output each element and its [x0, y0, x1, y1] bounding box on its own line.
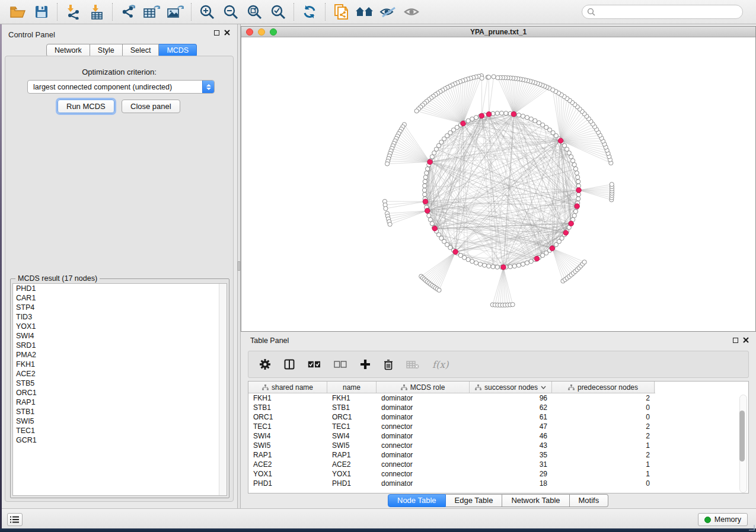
table-cell: YOX1 [327, 470, 377, 478]
table-row[interactable]: SWI5SWI5connector431 [248, 441, 748, 450]
zoom-out-button[interactable] [219, 2, 243, 22]
open-file-button[interactable] [6, 2, 30, 22]
maximize-window-icon[interactable] [270, 28, 277, 36]
tab-node-table[interactable]: Node Table [388, 494, 446, 507]
column-header-name[interactable]: name [327, 382, 377, 393]
table-settings-button[interactable] [259, 358, 271, 370]
column-header-successor-nodes[interactable]: successor nodes [470, 382, 552, 393]
export-table-icon [143, 4, 161, 20]
mcds-result-item[interactable]: YOX1 [13, 322, 227, 331]
mcds-result-item[interactable]: PHD1 [13, 284, 227, 293]
list-scrollbar[interactable] [219, 284, 227, 495]
export-network-button[interactable] [116, 2, 140, 22]
tab-mcds[interactable]: MCDS [159, 44, 197, 57]
table-cell: 2 [552, 422, 655, 431]
mcds-result-item[interactable]: TID3 [13, 312, 227, 322]
table-cell: 1 [552, 460, 655, 469]
tab-edge-table[interactable]: Edge Table [446, 494, 503, 507]
table-row[interactable]: FKH1FKH1dominator962 [248, 393, 748, 403]
show-hidden-button[interactable] [400, 2, 424, 22]
network-canvas[interactable] [241, 37, 755, 331]
save-session-button[interactable] [30, 2, 53, 22]
zoom-selected-button[interactable] [266, 2, 290, 22]
tab-select[interactable]: Select [123, 44, 160, 57]
mcds-result-item[interactable]: TEC1 [13, 426, 227, 435]
tab-style[interactable]: Style [90, 44, 123, 57]
table-row[interactable]: RAP1RAP1dominator352 [248, 450, 748, 460]
column-label: successor nodes [484, 383, 538, 392]
mcds-result-item[interactable]: ORC1 [13, 388, 227, 398]
table-cell: 2 [552, 432, 655, 440]
mcds-result-item[interactable]: SWI5 [13, 416, 227, 426]
export-table-button[interactable] [140, 2, 164, 22]
mcds-result-list[interactable]: PHD1CAR1STP4TID3YOX1SWI4SRD1PMA2FKH1ACE2… [12, 283, 227, 496]
mcds-result-item[interactable]: CAR1 [13, 293, 227, 303]
mcds-result-item[interactable]: GCR1 [13, 435, 227, 445]
table-row[interactable]: YOX1YOX1connector291 [248, 469, 748, 479]
table-cell: 61 [470, 413, 552, 421]
mcds-result-item[interactable]: SRD1 [13, 341, 227, 350]
table-row[interactable]: TEC1TEC1connector472 [248, 422, 748, 431]
table-scrollbar[interactable] [739, 395, 747, 493]
table-cell: STB1 [327, 403, 377, 412]
list-icon [10, 515, 20, 524]
table-row[interactable]: STB1STB1dominator620 [248, 403, 748, 412]
mcds-result-item[interactable]: SWI4 [13, 331, 227, 341]
column-header-mcds-role[interactable]: MCDS role [377, 382, 470, 393]
table-cell: TEC1 [248, 422, 327, 431]
function-builder-button[interactable]: f(x) [432, 359, 448, 370]
mcds-result-item[interactable]: PMA2 [13, 350, 227, 360]
select-all-button[interactable] [308, 361, 321, 368]
float-panel-icon[interactable] [214, 30, 219, 36]
add-column-button[interactable] [360, 359, 371, 370]
delete-table-button[interactable] [406, 360, 419, 369]
tab-network[interactable]: Network [46, 44, 90, 57]
show-all-button[interactable] [353, 2, 377, 22]
close-window-icon[interactable] [246, 28, 253, 36]
show-column-button[interactable] [284, 359, 295, 370]
duplicate-network-button[interactable] [329, 2, 353, 22]
deselect-all-button[interactable] [334, 361, 347, 368]
import-network-button[interactable] [61, 2, 85, 22]
table-row[interactable]: SWI4SWI4dominator462 [248, 431, 748, 441]
export-image-button[interactable] [164, 2, 187, 22]
table-row[interactable]: PHD1PHD1dominator180 [248, 479, 748, 488]
table-row[interactable]: ORC1ORC1dominator610 [248, 412, 748, 422]
table-cell: 29 [470, 470, 552, 478]
mcds-result-item[interactable]: STP4 [13, 303, 227, 312]
table-cell: YOX1 [248, 470, 327, 478]
search-field[interactable] [582, 5, 743, 19]
column-label: name [343, 383, 361, 392]
mcds-result-item[interactable]: ACE2 [13, 369, 227, 379]
network-window-titlebar[interactable]: YPA_prune.txt_1 [241, 27, 755, 37]
close-panel-button[interactable]: Close panel [122, 100, 180, 113]
table-cell: 18 [470, 479, 552, 488]
zoom-fit-button[interactable] [243, 2, 266, 22]
run-mcds-button[interactable]: Run MCDS [58, 100, 114, 113]
search-input[interactable] [598, 8, 738, 16]
tab-motifs[interactable]: Motifs [570, 494, 609, 507]
mcds-result-item[interactable]: STB5 [13, 379, 227, 388]
close-panel-icon[interactable] [743, 337, 749, 343]
criterion-dropdown[interactable]: largest connected component (undirected) [27, 80, 215, 94]
splitter-grip[interactable] [238, 261, 240, 271]
mcds-result-item[interactable]: STB1 [13, 407, 227, 416]
refresh-button[interactable] [298, 2, 321, 22]
table-row[interactable]: ACE2ACE2connector311 [248, 460, 748, 469]
column-header-shared-name[interactable]: shared name [248, 382, 327, 393]
zoom-in-button[interactable] [195, 2, 219, 22]
import-table-button[interactable] [85, 2, 109, 22]
task-history-button[interactable] [7, 513, 23, 526]
hide-selected-button[interactable] [377, 2, 400, 22]
table-scrollbar-thumb[interactable] [739, 411, 745, 462]
column-header-predecessor-nodes[interactable]: predecessor nodes [552, 382, 655, 393]
minimize-window-icon[interactable] [258, 28, 265, 36]
close-panel-icon[interactable] [224, 30, 230, 36]
mcds-result-item[interactable]: RAP1 [13, 398, 227, 407]
delete-column-button[interactable] [384, 359, 393, 370]
window-resize-grip[interactable] [749, 525, 755, 531]
float-panel-icon[interactable] [733, 338, 738, 343]
tab-network-table[interactable]: Network Table [502, 494, 569, 507]
mcds-result-item[interactable]: FKH1 [13, 360, 227, 369]
memory-button[interactable]: Memory [698, 513, 748, 526]
